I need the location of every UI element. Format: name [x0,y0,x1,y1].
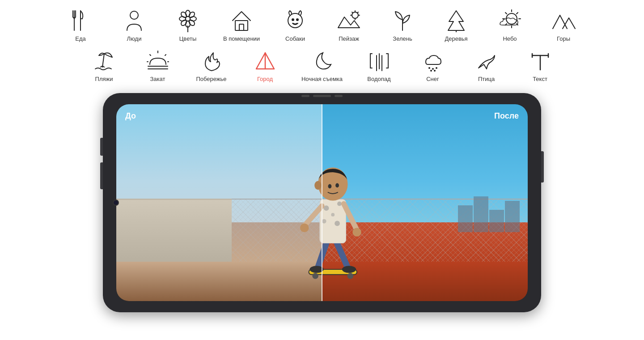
flowers-label: Цветы [179,35,196,42]
before-label: До [125,111,136,121]
food-icon [68,8,93,33]
svg-point-60 [352,228,361,237]
background-buildings [458,203,520,232]
shore-label: Побережье [196,76,226,82]
svg-point-63 [328,184,331,188]
svg-point-39 [434,70,436,72]
snow-icon [420,48,445,73]
bird-icon [474,48,499,73]
icons-row-2: Пляжи Закат [77,48,567,82]
front-camera [113,200,119,206]
beach-icon [92,48,117,73]
sunset-label: Закат [150,76,165,82]
icon-beach[interactable]: Пляжи [77,48,131,82]
svg-point-36 [432,68,434,70]
icon-people[interactable]: Люди [107,8,161,42]
svg-point-62 [314,181,322,190]
night-icon [309,48,335,73]
icon-landscape[interactable]: Пейзаж [322,8,376,42]
top-sensor-small [301,95,309,97]
building-1 [458,205,473,232]
beach-label: Пляжи [95,76,113,82]
mountains-icon [551,8,576,33]
waterfall-icon [367,48,392,73]
svg-point-35 [428,67,430,69]
icon-night[interactable]: Ночная съемка [292,48,352,82]
icon-sunset[interactable]: Закат [131,48,185,82]
food-label: Еда [75,35,86,42]
comparison-divider [322,104,322,301]
text-icon [528,48,553,73]
icon-waterfall[interactable]: Водопад [352,48,406,82]
shore-icon [199,48,224,73]
mountains-label: Горы [557,35,570,42]
svg-line-23 [102,54,104,67]
icon-greens[interactable]: Зелень [376,8,429,42]
volume-button-1 [100,138,103,156]
building-4 [505,201,520,232]
landscape-icon [336,8,361,33]
svg-point-18 [292,19,294,21]
top-sensor-small-2 [335,95,343,97]
icon-text[interactable]: Текст [513,48,567,82]
dogs-icon [283,8,308,33]
trees-label: Деревья [445,35,467,42]
indoor-icon [229,8,254,33]
trees-icon [444,8,469,33]
waterfall-label: Водопад [367,76,390,82]
icon-shore[interactable]: Побережье [185,48,238,82]
icon-food[interactable]: Еда [54,8,107,42]
svg-point-22 [506,13,517,24]
icon-flowers[interactable]: Цветы [161,8,215,42]
svg-point-54 [331,213,335,217]
power-button [541,151,544,183]
dogs-label: Собаки [285,35,305,42]
volume-button-2 [100,162,103,189]
people-icon [122,8,147,33]
svg-point-46 [347,273,353,279]
landscape-label: Пейзаж [339,35,359,42]
snow-label: Снег [426,76,439,82]
icon-bird[interactable]: Птица [460,48,513,82]
night-label: Ночная съемка [301,76,343,82]
icon-dogs[interactable]: Собаки [268,8,322,42]
city-icon [253,48,278,73]
phone-top-bar [282,93,362,98]
icon-city[interactable]: Город [238,48,292,82]
icon-indoor[interactable]: В помещении [215,8,268,42]
top-sensor-main [313,95,331,97]
svg-point-38 [430,70,432,72]
svg-point-45 [312,273,318,279]
icon-sky[interactable]: Небо [483,8,537,42]
phone-screen: До После [116,104,528,301]
svg-rect-15 [235,21,248,30]
icons-row-1: Еда Люди [54,8,590,42]
svg-point-19 [297,19,298,21]
svg-line-25 [150,55,151,55]
svg-point-53 [337,202,342,206]
greens-label: Зелень [393,35,412,42]
phone-wrapper: До После [0,93,644,312]
sky-icon [497,8,522,33]
icon-trees[interactable]: Деревья [429,8,483,42]
svg-point-37 [436,67,437,69]
skater-figure [273,134,380,291]
icons-section: Еда Люди [0,0,644,84]
icon-mountains[interactable]: Горы [537,8,590,42]
svg-point-64 [335,183,339,187]
flowers-icon [175,8,200,33]
phone-device: До После [103,93,541,312]
sunset-icon [145,48,170,73]
svg-point-56 [335,221,340,226]
svg-point-59 [300,223,309,232]
bird-label: Птица [478,76,495,82]
indoor-label: В помещении [223,35,260,42]
sky-label: Небо [503,35,517,42]
icon-snow[interactable]: Снег [406,48,460,82]
concrete-wall [116,199,232,262]
svg-point-17 [288,13,302,28]
svg-line-57 [304,206,322,225]
svg-point-4 [130,11,138,19]
scene: До После [116,104,528,301]
after-label: После [494,111,519,121]
